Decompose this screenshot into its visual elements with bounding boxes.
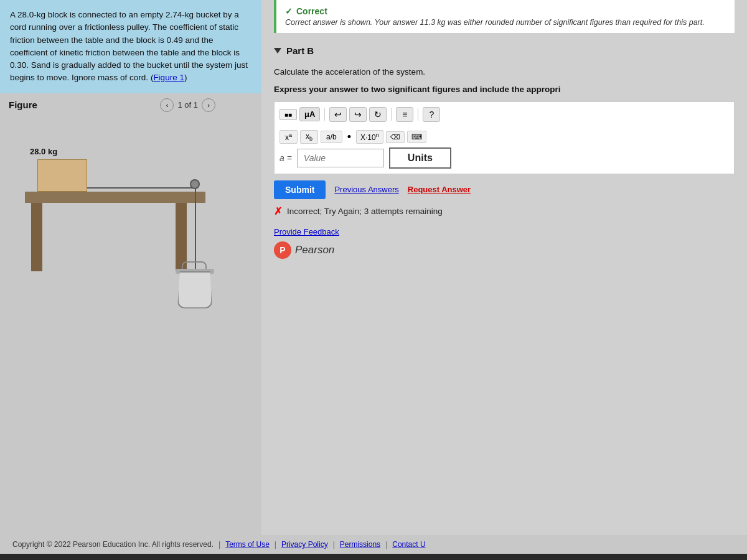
- toolbar-separator-1: [324, 108, 325, 121]
- collapse-icon[interactable]: [274, 48, 281, 54]
- block: [37, 159, 87, 192]
- toolbar-separator-2: [391, 108, 392, 121]
- permissions-link[interactable]: Permissions: [340, 540, 380, 549]
- bucket-body: [177, 271, 212, 309]
- fraction-button[interactable]: a/b: [321, 131, 342, 143]
- contact-link[interactable]: Contact U: [392, 540, 425, 549]
- correct-description: Correct answer is shown. Your answer 11.…: [285, 18, 726, 27]
- pearson-name: Pearson: [295, 244, 334, 256]
- x-icon: ✗: [274, 205, 282, 217]
- formula-icon-button[interactable]: ■■: [280, 109, 297, 120]
- footer-sep-2: |: [275, 540, 276, 549]
- input-row: a = Units: [280, 147, 729, 169]
- toolbar-separator-3: [418, 108, 418, 121]
- problem-text-box: A 28.0-kg block is connected to an empty…: [0, 0, 261, 93]
- dot-button[interactable]: •: [345, 129, 354, 145]
- superscript-button[interactable]: xa: [280, 130, 298, 144]
- privacy-policy-link[interactable]: Privacy Policy: [281, 540, 328, 549]
- figure-header: Figure ‹ 1 of 1 ›: [0, 93, 261, 117]
- subscript-button[interactable]: xb: [300, 130, 318, 144]
- pearson-letter: P: [280, 245, 285, 255]
- right-panel: Correct Correct answer is shown. Your an…: [261, 0, 747, 535]
- refresh-button[interactable]: ↻: [369, 107, 387, 122]
- submit-button[interactable]: Submit: [274, 180, 326, 199]
- pearson-circle-icon: P: [274, 241, 291, 259]
- footer-sep-3: |: [333, 540, 335, 549]
- value-input[interactable]: [297, 149, 384, 167]
- question-button[interactable]: ?: [423, 107, 440, 122]
- part-b-header: Part B: [274, 40, 735, 61]
- table-top: [25, 192, 205, 203]
- figure-area: Figure ‹ 1 of 1 › 28.0 kg: [0, 93, 261, 536]
- incorrect-text: Incorrect; Try Again; 3 attempts remaini…: [287, 207, 443, 216]
- x10-button[interactable]: X·10n: [356, 130, 383, 144]
- answer-box: ■■ μA ↩ ↪ ↻ ≡ ? xa xb a/b • X·10n ⌫ ⌨: [274, 101, 735, 174]
- equals-label: a =: [280, 153, 292, 163]
- keyboard-button[interactable]: ⌨: [407, 131, 426, 143]
- figure-label: Figure: [9, 100, 37, 110]
- cord-vertical: [195, 189, 196, 270]
- mu-a-button[interactable]: μA: [299, 107, 320, 121]
- table-leg-left: [31, 203, 42, 271]
- footer-sep-4: |: [385, 540, 387, 549]
- lines-button[interactable]: ≡: [396, 107, 413, 122]
- block-mass-label: 28.0 kg: [30, 147, 57, 156]
- copyright-text: Copyright © 2022 Pearson Education Inc. …: [12, 540, 214, 549]
- footer-sep-1: |: [218, 540, 220, 549]
- part-b-label: Part B: [286, 45, 314, 56]
- figure-prev-button[interactable]: ‹: [160, 98, 174, 112]
- delete-button[interactable]: ⌫: [386, 131, 405, 143]
- undo-button[interactable]: ↩: [329, 107, 347, 122]
- toolbar-row-top: ■■ μA ↩ ↪ ↻ ≡ ?: [280, 107, 729, 122]
- units-box[interactable]: Units: [389, 147, 451, 169]
- figure-nav: ‹ 1 of 1 ›: [160, 98, 215, 112]
- pulley: [190, 179, 200, 189]
- cord-horizontal: [87, 187, 193, 189]
- correct-title: Correct: [285, 6, 726, 16]
- question-calculate: Calculate the acceleration of the system…: [274, 66, 735, 78]
- pearson-logo: P Pearson: [274, 241, 735, 259]
- math-toolbar-row: xa xb a/b • X·10n ⌫ ⌨: [280, 127, 729, 147]
- provide-feedback-link[interactable]: Provide Feedback: [274, 227, 735, 236]
- figure-next-button[interactable]: ›: [202, 98, 215, 112]
- request-answer-link[interactable]: Request Answer: [408, 185, 471, 194]
- figure-page: 1 of 1: [177, 100, 198, 110]
- submit-row: Submit Previous Answers Request Answer: [274, 180, 735, 199]
- left-panel: A 28.0-kg block is connected to an empty…: [0, 0, 261, 535]
- footer-bar: Copyright © 2022 Pearson Education Inc. …: [0, 535, 747, 554]
- incorrect-message: ✗ Incorrect; Try Again; 3 attempts remai…: [274, 205, 735, 217]
- taskbar: MacBook Air: [0, 554, 747, 560]
- redo-button[interactable]: ↪: [349, 107, 367, 122]
- correct-banner: Correct Correct answer is shown. Your an…: [274, 0, 735, 33]
- terms-of-use-link[interactable]: Terms of Use: [225, 540, 270, 549]
- figure-link[interactable]: Figure 1: [153, 73, 184, 82]
- previous-answers-link[interactable]: Previous Answers: [334, 185, 398, 194]
- table-leg-right: [176, 203, 187, 271]
- problem-statement: A 28.0-kg block is connected to an empty…: [10, 10, 248, 82]
- question-instruction: Express your answer to two significant f…: [274, 83, 735, 96]
- physics-scene: 28.0 kg: [12, 117, 249, 329]
